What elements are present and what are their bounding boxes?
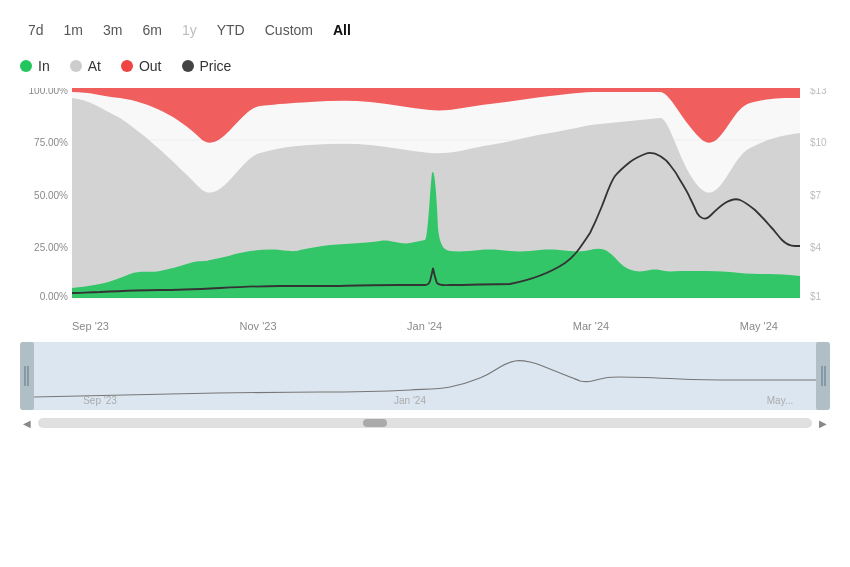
svg-text:$10: $10 (810, 137, 827, 148)
x-label-mar24: Mar '24 (573, 320, 609, 332)
svg-text:May...: May... (767, 395, 793, 406)
x-label-may24: May '24 (740, 320, 778, 332)
svg-text:Sep '23: Sep '23 (83, 395, 117, 406)
time-btn-7d[interactable]: 7d (20, 18, 52, 42)
svg-rect-17 (20, 342, 34, 410)
navigator-svg: Sep '23 Jan '24 May... (20, 342, 830, 410)
legend-item-in: In (20, 58, 50, 74)
legend-label-at: At (88, 58, 101, 74)
scrollbar-track[interactable] (38, 418, 812, 428)
legend-item-at: At (70, 58, 101, 74)
legend-item-out: Out (121, 58, 162, 74)
x-label-jan24: Jan '24 (407, 320, 442, 332)
time-btn-6m[interactable]: 6m (134, 18, 169, 42)
svg-text:$13: $13 (810, 88, 827, 96)
legend-dot-price (182, 60, 194, 72)
scroll-left-arrow[interactable]: ◀ (20, 416, 34, 430)
svg-text:$4: $4 (810, 242, 822, 253)
legend-label-price: Price (200, 58, 232, 74)
legend-dot-out (121, 60, 133, 72)
time-btn-1m[interactable]: 1m (56, 18, 91, 42)
scrollbar-thumb[interactable] (363, 419, 387, 427)
time-btn-3m[interactable]: 3m (95, 18, 130, 42)
legend-dot-at (70, 60, 82, 72)
svg-rect-20 (816, 342, 830, 410)
time-btn-custom[interactable]: Custom (257, 18, 321, 42)
scroll-right-arrow[interactable]: ▶ (816, 416, 830, 430)
svg-text:75.00%: 75.00% (34, 137, 68, 148)
main-chart: 100.00% 75.00% 50.00% 25.00% 0.00% $13 $… (20, 88, 830, 308)
chart-svg: 100.00% 75.00% 50.00% 25.00% 0.00% $13 $… (20, 88, 830, 308)
legend-dot-in (20, 60, 32, 72)
scrollbar[interactable]: ◀ ▶ (20, 416, 830, 430)
legend-label-out: Out (139, 58, 162, 74)
time-btn-ytd[interactable]: YTD (209, 18, 253, 42)
chart-legend: InAtOutPrice (20, 58, 830, 74)
x-label-sep23: Sep '23 (72, 320, 109, 332)
svg-text:$1: $1 (810, 291, 822, 302)
legend-label-in: In (38, 58, 50, 74)
x-label-nov23: Nov '23 (240, 320, 277, 332)
legend-item-price: Price (182, 58, 232, 74)
time-btn-1y[interactable]: 1y (174, 18, 205, 42)
x-axis-labels: Sep '23 Nov '23 Jan '24 Mar '24 May '24 (20, 316, 830, 332)
svg-text:100.00%: 100.00% (29, 88, 69, 96)
time-btn-all[interactable]: All (325, 18, 359, 42)
svg-text:50.00%: 50.00% (34, 190, 68, 201)
svg-text:Jan '24: Jan '24 (394, 395, 426, 406)
time-range-selector: 7d1m3m6m1yYTDCustomAll (20, 18, 830, 42)
chart-navigator[interactable]: Sep '23 Jan '24 May... (20, 342, 830, 410)
svg-text:25.00%: 25.00% (34, 242, 68, 253)
svg-text:0.00%: 0.00% (40, 291, 68, 302)
svg-text:$7: $7 (810, 190, 822, 201)
